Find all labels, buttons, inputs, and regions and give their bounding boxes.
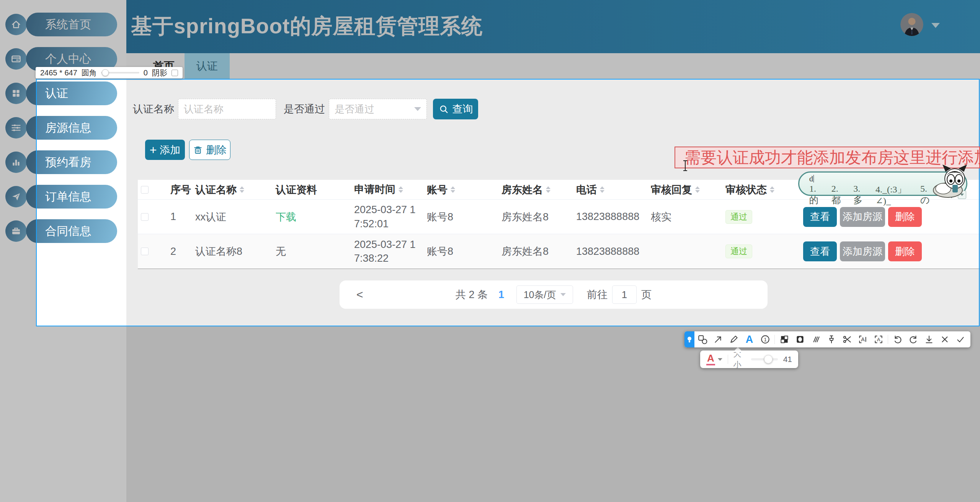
bulb-icon xyxy=(686,336,693,343)
pin-tool-button[interactable] xyxy=(823,331,839,347)
cut-tool-button[interactable] xyxy=(839,331,855,347)
shadow-label: 阴影 xyxy=(152,68,167,78)
shadow-checkbox[interactable] xyxy=(172,70,178,76)
mosaic-tool-button[interactable] xyxy=(776,331,792,347)
ime-window: d 1.的 2.都 3.多 4._(:3」∠)_ 5.の xyxy=(798,171,967,196)
page-title: 基于springBoot的房屋租赁管理系统 xyxy=(131,12,483,41)
ime-candidate[interactable]: 3.多 xyxy=(853,184,866,206)
undo-button[interactable] xyxy=(890,331,905,347)
tab-auth[interactable]: 认证 xyxy=(185,53,230,79)
grid-icon xyxy=(5,83,27,104)
selection-size: 2465 * 647 xyxy=(40,68,77,77)
text-color-button[interactable]: A xyxy=(706,353,715,365)
bar-chart-icon xyxy=(5,152,27,173)
briefcase-icon xyxy=(5,220,27,242)
app-header: 基于springBoot的房屋租赁管理系统 xyxy=(126,0,980,53)
text-tool-button[interactable]: A xyxy=(742,331,757,347)
chevron-down-icon[interactable] xyxy=(931,23,940,28)
send-icon xyxy=(5,186,27,207)
corner-label: 圆角 xyxy=(82,68,97,78)
slider-knob[interactable] xyxy=(102,69,109,76)
ime-candidate[interactable]: 2.都 xyxy=(831,184,844,206)
hatch-tool-button[interactable] xyxy=(808,331,823,347)
toolbar-divider xyxy=(888,335,888,344)
blur-tool-button[interactable] xyxy=(792,331,808,347)
pen-tool-button[interactable] xyxy=(726,331,742,347)
redo-button[interactable] xyxy=(905,331,921,347)
ime-candidate[interactable]: 1.的 xyxy=(809,184,822,206)
toolbar-divider xyxy=(774,335,775,344)
corner-value: 0 xyxy=(144,68,148,77)
user-avatar[interactable] xyxy=(900,13,923,36)
confirm-button[interactable] xyxy=(952,331,968,347)
svg-text:1: 1 xyxy=(764,337,766,342)
cat-sticker-icon xyxy=(933,163,969,200)
chevron-down-icon[interactable] xyxy=(718,358,722,361)
sliders-icon xyxy=(5,117,27,139)
snip-size-toolbar: 2465 * 647 圆角 0 阴影 xyxy=(36,67,183,78)
font-size-value: 41 xyxy=(783,355,792,364)
screen: 系统首页 个人中心 认证 房源信息 预约看房 xyxy=(0,0,980,502)
svg-text:A: A xyxy=(877,337,880,342)
drag-handle[interactable] xyxy=(684,331,694,347)
ime-candidate[interactable]: 4._(:3」∠)_ xyxy=(875,183,910,206)
corner-slider[interactable] xyxy=(101,72,139,73)
text-style-toolbar: A 大小 41 xyxy=(700,350,798,368)
cancel-button[interactable] xyxy=(937,331,952,347)
ime-composition: d xyxy=(809,174,813,183)
download-button[interactable] xyxy=(921,331,937,347)
svg-text:A: A xyxy=(861,336,865,342)
shape-tool-button[interactable] xyxy=(694,331,710,347)
sidebar-item-home[interactable]: 系统首页 xyxy=(0,13,126,36)
home-icon xyxy=(5,14,27,35)
toolbar-divider xyxy=(728,355,728,364)
tab-bar: 首页 认证 xyxy=(126,53,980,79)
ime-caret xyxy=(813,175,814,183)
sidebar-item-label[interactable]: 系统首页 xyxy=(26,13,117,36)
text-recognition-tool-button[interactable]: A xyxy=(855,331,871,347)
snip-edit-toolbar: A 1 A A xyxy=(684,331,970,347)
arrow-tool-button[interactable] xyxy=(710,331,726,347)
id-card-icon xyxy=(5,48,27,70)
number-tool-button[interactable]: 1 xyxy=(757,331,773,347)
ime-candidate[interactable]: 5.の xyxy=(920,184,933,206)
slider-knob[interactable] xyxy=(764,355,773,363)
ocr-tool-button[interactable]: A xyxy=(871,331,886,347)
text-cursor-icon xyxy=(683,160,688,171)
font-size-slider[interactable] xyxy=(751,358,778,360)
